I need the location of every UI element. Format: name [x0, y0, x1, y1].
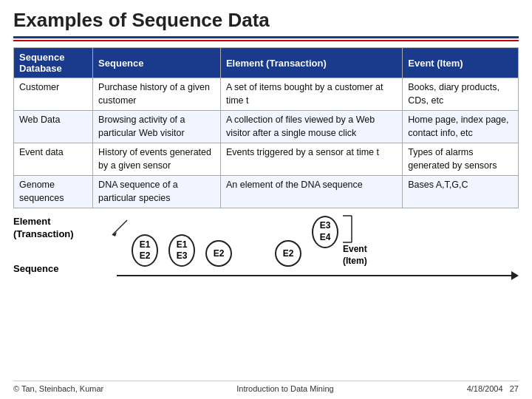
table-cell: Events triggered by a sensor at time t: [220, 143, 402, 176]
page-title: Examples of Sequence Data: [13, 9, 519, 32]
event-e3-2: E3: [320, 220, 331, 232]
event-e1-2: E1: [177, 239, 188, 251]
event-group-2: E1 E3: [168, 234, 195, 267]
col-header-event: Event (Item): [403, 48, 519, 78]
table-cell: A set of items bought by a customer at t…: [220, 78, 402, 111]
event-e1-1: E1: [140, 239, 151, 251]
diagram-section: Element(Transaction) Sequence E1 E2: [13, 216, 519, 280]
table-cell: An element of the DNA sequence: [220, 176, 402, 208]
table-cell: A collection of files viewed by a Web vi…: [220, 111, 402, 143]
event-item-bracket: [341, 214, 353, 244]
divider-blue: [13, 36, 519, 38]
event-group-3: E2: [205, 240, 232, 267]
event-e2-3: E2: [283, 248, 294, 259]
event-e3-1: E3: [177, 250, 188, 262]
event-e2-2: E2: [214, 248, 225, 259]
table-cell: Web Data: [14, 111, 93, 143]
event-e2-1: E2: [140, 250, 151, 262]
event-group-4: E2: [275, 240, 301, 267]
sequence-data-table: Sequence Database Sequence Element (Tran…: [13, 47, 519, 208]
table-cell: Purchase history of a given customer: [93, 78, 221, 111]
table-cell: Customer: [14, 78, 93, 111]
event-group-1: E1 E2: [132, 234, 158, 267]
timeline: [117, 271, 519, 280]
col-header-db: Sequence Database: [14, 48, 93, 78]
bracket-arrow: [109, 217, 130, 239]
divider-red: [13, 40, 519, 41]
col-header-seq: Sequence: [93, 48, 221, 78]
event-group-5: E3 E4: [312, 216, 338, 248]
footer: © Tan, Steinbach, Kumar Introduction to …: [13, 381, 519, 393]
element-transaction-label: Element(Transaction): [13, 216, 109, 241]
svg-line-0: [112, 220, 127, 235]
table-cell: Types of alarms generated by sensors: [403, 143, 519, 176]
table-cell: Event data: [14, 143, 93, 176]
table-cell: Books, diary products, CDs, etc: [403, 78, 519, 111]
table-cell: Browsing activity of a particular Web vi…: [93, 111, 221, 143]
table-cell: DNA sequence of a particular species: [93, 176, 221, 208]
table-cell: Home page, index page, contact info, etc: [403, 111, 519, 143]
table-cell: Genome sequences: [14, 176, 93, 208]
footer-center: Introduction to Data Mining: [236, 384, 333, 393]
table-cell: History of events generated by a given s…: [93, 143, 221, 176]
event-item-label: Event(Item): [343, 244, 367, 267]
sequence-label: Sequence: [13, 263, 109, 274]
footer-copyright: © Tan, Steinbach, Kumar: [13, 384, 103, 393]
table-cell: Bases A,T,G,C: [403, 176, 519, 208]
event-e4-1: E4: [320, 232, 331, 244]
col-header-elem: Element (Transaction): [220, 48, 402, 78]
footer-right: 4/18/2004 27: [467, 384, 519, 393]
